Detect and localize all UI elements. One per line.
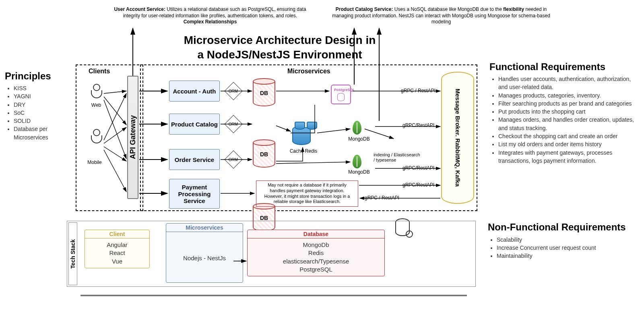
tech-client-title: Client [85,230,149,238]
user-account-callout: User Account Service: Utilizes a relatio… [112,6,308,25]
bottom-rule [80,295,467,296]
list-item: Increase Concurrent user request count [497,244,641,252]
redis-label: Cache Redis [284,148,323,154]
tech-db-title: Database [248,230,384,238]
note-line: May not require a database if it primari… [258,182,356,188]
tech-item: Redis [248,249,384,257]
tech-item: React [85,249,149,257]
payment-note: May not require a database if it primari… [256,180,358,207]
payment-service: Payment Processing Service [169,179,220,209]
list-item: Put products into the shopping cart [498,108,642,116]
es-line1: indexing / Elasticsearch [374,152,430,158]
tech-micro-body: Nodejs - NestJs [166,234,243,282]
microservices-label: Microservices [287,68,330,75]
grpc-label: gRPC / RestAPI [400,88,436,93]
fr-header: Functional Requirements [489,61,642,73]
db-label: DB [260,151,268,158]
nfr-list: Scalability Increase Concurrent user req… [488,236,641,260]
list-item: Integrates with payment gateways, proces… [498,149,642,165]
title-line1: Microservice Architecture Design in [147,33,413,48]
note-line: reliable storage like Elasticsearch. [258,199,356,205]
list-item: Manages products, categories, inventory. [498,91,642,100]
nfr-header: Non-Functional Requirements [488,222,641,233]
principles-block: Principles KISS YAGNI DRY SoC SOLID Data… [5,70,73,141]
orm-label: ORM [229,122,238,126]
grpc-label: gRPC/RestAPI [402,165,435,171]
db-label: DB [260,90,268,96]
orm-label: ORM [229,89,238,93]
nonfunctional-requirements: Non-Functional Requirements Scalability … [488,222,641,260]
functional-requirements: Functional Requirements Handles user acc… [489,61,642,165]
callout-text: Uses a NoSQL database like MongoDB due t… [393,6,503,12]
catalog-service: Product Catalog [169,114,220,135]
list-item: Database per Microservices [14,125,73,141]
list-item: Checkout the shopping cart and create an… [498,132,642,140]
product-catalog-callout: Product Catalog Service: Uses a NoSQL da… [328,6,554,25]
diagram-title: Microservice Architecture Design in a No… [147,33,413,62]
mobile-label: Mobile [80,160,109,165]
clients-label: Clients [89,68,110,75]
list-item: Scalability [497,236,641,244]
mobile-client-icon [88,129,105,143]
callout-tag: Complex Relationships [184,19,237,25]
list-item: KISS [14,84,73,92]
web-label: Web [86,102,106,108]
list-item: Handles user accounts, authentication, a… [498,75,642,91]
tech-micro-title: Microservices [166,224,243,232]
broker-label: Message Broker. RabbitMQ, Kafka [454,89,461,187]
web-client-icon [88,84,105,98]
note-line: handles payment gateway integration. [258,188,356,194]
postgres-icon: PostgreSQL [331,85,351,104]
list-item: YAGNI [14,92,73,100]
tech-stack-label: Tech Stack [70,239,76,269]
callout-lead: User Account Service: [114,6,165,12]
callout-bold: flexibility [503,6,524,12]
elasticsearch-label: indexing / Elasticsearch / typesense [374,152,430,163]
mongodb-label: MongoDB [343,169,375,175]
mongodb-icon [353,155,361,168]
tech-stack-label-box: Tech Stack [68,222,77,285]
orm-label: ORM [229,158,238,162]
mongodb-label: MongoDB [343,136,375,142]
note-line: However, it might store transaction logs… [258,194,356,199]
callout-lead: Product Catalog Service: [336,6,393,12]
redis-icon [292,122,317,145]
tech-client-box: Client Angular React Vue [85,230,150,268]
es-line2: / typesense [374,158,430,163]
list-item: List my old orders and order items histo… [498,140,642,148]
order-service: Order Service [169,149,220,170]
list-item: Filter searching products as per brand a… [498,100,642,108]
tech-micro-box: Microservices Nodejs - NestJs [166,223,243,283]
tech-item: MongoDb [248,241,384,249]
tech-db-box: Database MongoDb Redis elasticsearch/Typ… [247,230,385,276]
postgres-text: PostgreSQL [334,88,348,92]
tech-item: elasticsearch/Typesense [248,257,384,265]
list-item: SoC [14,109,73,117]
api-gateway-label: API Gateway [129,115,137,159]
api-gateway: API Gateway [127,76,138,199]
mongodb-icon [353,121,361,135]
db-label: DB [260,215,268,221]
message-broker: Message Broker. RabbitMQ, Kafka [441,72,474,204]
tech-item: PostgreSQL [248,265,384,274]
tech-item: Vue [85,257,149,265]
db-cylinder: DB [253,139,275,168]
account-service: Account - Auth [169,81,220,102]
tech-item: Angular [85,241,149,249]
principles-header: Principles [5,70,73,82]
grpc-label: gRPC/RestAPI [402,182,435,188]
principles-list: KISS YAGNI DRY SoC SOLID Database per Mi… [5,84,73,141]
grpc-label: gRPC / RestAPI [364,195,400,201]
grpc-label: gRPC/RestAPI [402,122,435,128]
db-cylinder: DB [253,78,275,106]
fr-list: Handles user accounts, authentication, a… [489,75,642,165]
list-item: DRY [14,101,73,109]
list-item: Maintainability [497,252,641,260]
title-line2: a NodeJS/NestJS Environment [147,48,413,62]
list-item: Manages orders, and handles order creati… [498,116,642,132]
list-item: SOLID [14,117,73,125]
